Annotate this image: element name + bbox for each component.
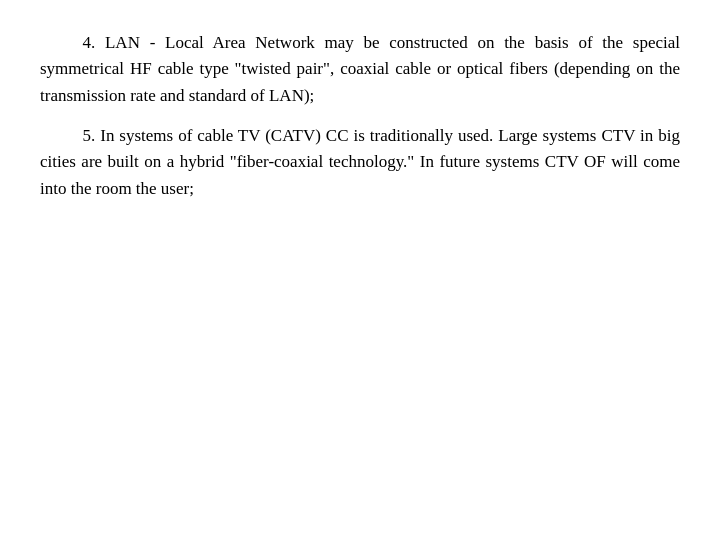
main-text-block: 4. LAN - Local Area Network may be const… [40, 30, 680, 202]
paragraph-1: 4. LAN - Local Area Network may be const… [40, 30, 680, 109]
page-container: 4. LAN - Local Area Network may be const… [0, 0, 720, 540]
paragraph-2: 5. In systems of cable TV (CATV) CC is t… [40, 123, 680, 202]
